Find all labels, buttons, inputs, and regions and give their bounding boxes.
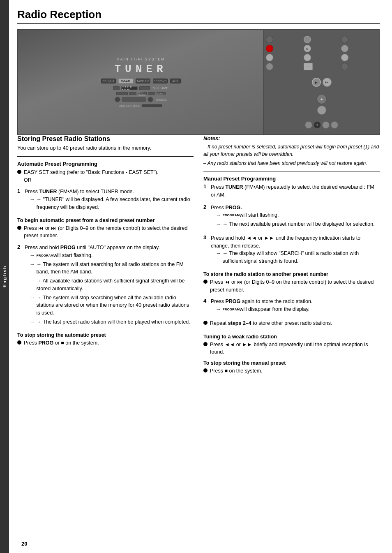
stop-auto-text: Press PROG or ■ on the system. (24, 339, 99, 347)
page-title: Radio Reception (17, 8, 380, 24)
begin-preset-heading: To begin automatic preset from a desired… (17, 217, 194, 223)
manual-step2: 2 Press PROG. →program will start flashi… (203, 204, 380, 232)
tuning-bullet: Press ◄◄ or ►► briefly and repeatedly un… (203, 341, 380, 359)
side-tab: English (0, 0, 9, 553)
store-another-heading: To store the radio station to another pr… (203, 271, 380, 277)
step-number: 1 (17, 188, 22, 194)
bullet-dot5 (203, 321, 208, 325)
step2-arrow3: →→ All available radio stations with suf… (30, 277, 194, 293)
bullet-dot7 (203, 368, 208, 373)
manual-step4-arrow1: →program will disappear from the display… (216, 305, 312, 313)
step2-arrow1: →program will start flashing. (30, 252, 194, 259)
manual-step4-content: Press PROG again to store the radio stat… (211, 298, 312, 315)
auto-step2: 2 Press and hold PROG until "AUTO" appea… (17, 244, 194, 330)
tuning-text: Press ◄◄ or ►► briefly and repeatedly un… (210, 341, 380, 356)
step2-arrow5: →→ The last preset radio station will th… (30, 318, 194, 326)
manual-step3-content: Press and hold ◄◄ or ►► until the freque… (211, 234, 380, 266)
manual-step2-num: 2 (203, 204, 208, 210)
manual-step1-content: Press TUNER (FM•AM) repeatedly to select… (211, 183, 380, 199)
manual-step4-num: 4 (203, 298, 208, 304)
stop-manual-text: Press ■ on the system. (210, 367, 263, 375)
notes-title: Notes: (203, 135, 380, 141)
manual-step2-arrow1: →program will start flashing. (216, 211, 375, 219)
manual-step1: 1 Press TUNER (FM•AM) repeatedly to sele… (203, 183, 380, 201)
left-column: Storing Preset Radio Stations You can st… (17, 135, 194, 379)
auto-preset-title: Automatic Preset Programming (17, 161, 194, 167)
bullet-dot6 (203, 342, 208, 346)
step2-content: Press and hold PROG until "AUTO" appears… (25, 244, 194, 327)
arrow1: →→ "TUNER" will be displayed. A few seco… (30, 196, 194, 211)
note1: – If no preset number is selected, autom… (203, 143, 380, 158)
bullet-dot2 (17, 226, 21, 230)
tuning-title: Tuning to a weak radio station (203, 334, 380, 340)
begin-preset-text: Press ⏮ or ⏭ (or Digits 0–9 on the remot… (24, 224, 194, 240)
bullet-dot3 (17, 340, 21, 345)
manual-step3: 3 Press and hold ◄◄ or ►► until the freq… (203, 234, 380, 269)
device-label: TUNER (115, 63, 167, 75)
manual-step4: 4 Press PROG again to store the radio st… (203, 298, 380, 317)
manual-step2-arrow2: →→ The next available preset number will… (216, 220, 375, 228)
bullet-dot4 (203, 280, 208, 284)
manual-step3-arrow1: →→ The display will show "SEARCH" until … (216, 250, 380, 265)
note2: – Any radio stations that have been stor… (203, 160, 380, 167)
notes-section: Notes: – If no preset number is selected… (203, 135, 380, 167)
repeat-bullet: Repeat steps 2–4 to store other preset r… (203, 319, 380, 330)
page-number: 20 (21, 541, 27, 547)
stop-manual-bullet: Press ■ on the system. (203, 367, 380, 377)
auto-bullet1-text: EASY SET setting (refer to "Basic Functi… (24, 169, 159, 184)
device-image: MAIN HI-FI SYSTEM TUNER CD 1-2-3 FM-AM T… (17, 29, 380, 135)
store-another-bullet: Press ⏮ or ⏭ (or Digits 0–9 on the remot… (203, 278, 380, 296)
repeat-text: Repeat steps 2–4 to store other preset r… (210, 319, 332, 327)
manual-step2-content: Press PROG. →program will start flashing… (211, 204, 375, 229)
begin-preset-bullet: Press ⏮ or ⏭ (or Digits 0–9 on the remot… (17, 224, 194, 243)
store-another-text: Press ⏮ or ⏭ (or Digits 0–9 on the remot… (210, 278, 380, 294)
right-column: Notes: – If no preset number is selected… (203, 135, 380, 379)
step2-number: 2 (17, 244, 22, 250)
step1-content: Press TUNER (FM•AM) to select TUNER mode… (25, 188, 194, 212)
storing-intro: You can store up to 40 preset radio stat… (17, 144, 194, 152)
manual-step1-num: 1 (203, 183, 208, 190)
auto-step1: 1 Press TUNER (FM•AM) to select TUNER mo… (17, 188, 194, 215)
tuning-section: Tuning to a weak radio station Press ◄◄ … (203, 334, 380, 359)
auto-bullet1: EASY SET setting (refer to "Basic Functi… (17, 169, 194, 187)
manual-step3-num: 3 (203, 234, 208, 241)
stop-manual-heading: To stop storing the manual preset (203, 360, 380, 366)
bullet-dot (17, 170, 21, 174)
stop-auto-bullet: Press PROG or ■ on the system. (17, 339, 194, 349)
stop-auto-heading: To stop storing the automatic preset (17, 332, 194, 338)
manual-preset-title: Manual Preset Programming (203, 176, 380, 182)
step2-arrow2: →→ The system will start searching for a… (30, 261, 194, 276)
step2-arrow4: →→ The system will stop searching when a… (30, 294, 194, 317)
storing-title: Storing Preset Radio Stations (17, 135, 194, 143)
